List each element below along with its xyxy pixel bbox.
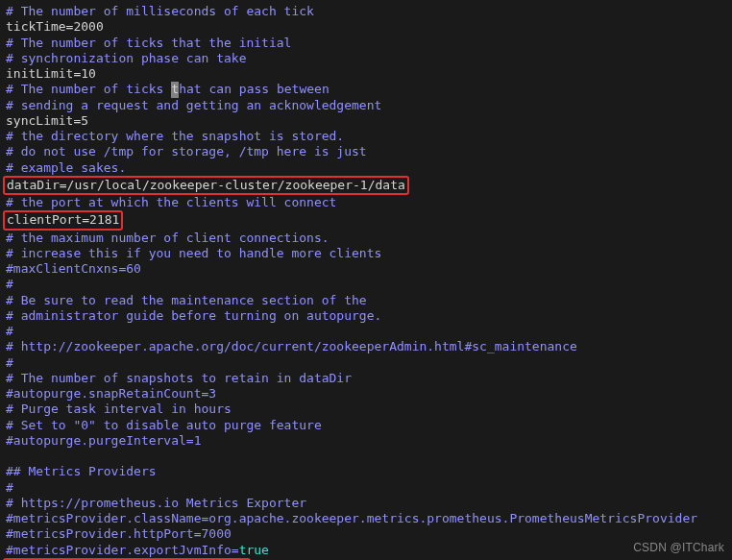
comment-line: #maxClientCnxns=60 — [6, 261, 141, 276]
comment-line: #metricsProvider.httpPort=7000 — [6, 526, 232, 541]
comment-line: # The number of ticks that can pass betw… — [6, 82, 329, 96]
comment-line: # the directory where the snapshot is st… — [6, 129, 344, 143]
comment-line: # Purge task interval in hours — [6, 402, 232, 416]
comment-line: #autopurge.purgeInterval=1 — [6, 433, 202, 448]
comment-line: #metricsProvider.exportJvmInfo= — [6, 543, 239, 557]
highlight-box-clientport: clientPort=2181 — [3, 210, 123, 230]
config-line: initLimit=10 — [6, 66, 96, 81]
comment-line: # increase this if you need to handle mo… — [6, 246, 381, 260]
comment-line: # — [6, 324, 13, 338]
comment-line: # https://prometheus.io Metrics Exporter — [6, 496, 306, 510]
comment-line: # The number of ticks that the initial — [6, 36, 291, 50]
comment-line: # http://zookeeper.apache.org/doc/curren… — [6, 339, 577, 353]
comment-line: # — [6, 277, 13, 291]
comment-line: #metricsProvider.className=org.apache.zo… — [6, 511, 697, 525]
comment-line: # The number of snapshots to retain in d… — [6, 371, 352, 385]
highlight-box-datadir: dataDir=/usr/local/zookeeper-cluster/zoo… — [3, 176, 409, 195]
config-line: clientPort=2181 — [7, 212, 119, 227]
comment-line: # — [6, 480, 13, 495]
comment-line: # do not use /tmp for storage, /tmp here… — [6, 144, 367, 158]
comment-line: # sending a request and getting an ackno… — [6, 98, 381, 112]
config-line: syncLimit=5 — [6, 113, 88, 128]
comment-line: # administrator guide before turning on … — [6, 308, 381, 323]
comment-line: # Set to "0" to disable auto purge featu… — [6, 418, 322, 432]
config-line: dataDir=/usr/local/zookeeper-cluster/zoo… — [7, 178, 405, 192]
watermark-label: CSDN @ITChark — [633, 541, 724, 555]
editor-content[interactable]: # The number of milliseconds of each tic… — [6, 4, 726, 560]
true-value: true — [239, 543, 269, 557]
comment-line: ## Metrics Providers — [6, 464, 157, 478]
comment-line: #autopurge.snapRetainCount=3 — [6, 386, 216, 401]
comment-line: # Be sure to read the maintenance sectio… — [6, 293, 367, 307]
comment-line: # the maximum number of client connectio… — [6, 231, 329, 245]
text-cursor: t — [171, 82, 179, 97]
comment-line: # — [6, 355, 13, 370]
config-line: tickTime=2000 — [6, 19, 104, 34]
comment-line: # the port at which the clients will con… — [6, 195, 336, 209]
comment-line: # The number of milliseconds of each tic… — [6, 4, 314, 18]
comment-line: # synchronization phase can take — [6, 51, 246, 65]
comment-line: # example sakes. — [6, 160, 126, 175]
